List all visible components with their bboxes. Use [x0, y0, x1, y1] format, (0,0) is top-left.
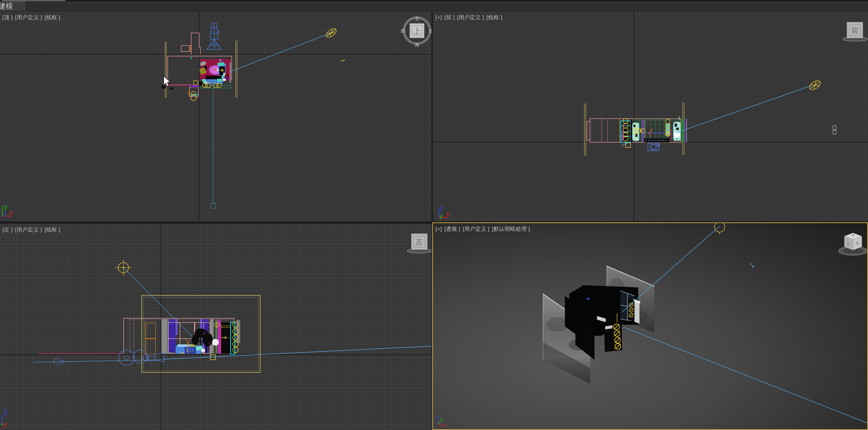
blue-light-stand[interactable] [207, 23, 221, 49]
viewcube-persp-left: 左 [847, 241, 850, 246]
curtain-gray [229, 62, 231, 83]
svg-text:X: X [3, 422, 7, 429]
viewport-top-label: ][顶 ][用户定义 ][线框 ] [0, 14, 63, 21]
strip-gray-top [679, 116, 680, 120]
viewcube-3d[interactable]: 左 前 [838, 233, 867, 255]
view-config-label[interactable]: [用户定义 ] [15, 227, 42, 233]
light-helper-circle[interactable] [714, 223, 725, 234]
compass-east: 东 [429, 29, 432, 33]
camera-target-line[interactable] [211, 64, 216, 208]
viewport-persp-label: [+][透视 ][用户定义 ][默认明暗处理 ] [436, 225, 532, 233]
lights-column-right[interactable] [665, 119, 670, 136]
roof-marker-blue [587, 298, 590, 299]
viewport-menu-trigger[interactable]: [+] [436, 226, 442, 232]
viewport-persp-canvas[interactable]: 左 前 z x y [433, 223, 867, 429]
strip-gray-right [686, 119, 687, 142]
pov-label[interactable]: [前 ] [444, 15, 455, 20]
svg-text:z: z [437, 414, 439, 420]
shading-label[interactable]: [线框 ] [487, 15, 502, 20]
carpet-room[interactable] [199, 59, 231, 85]
sofa-black-band[interactable] [644, 139, 669, 142]
compass-south: 南 [415, 42, 420, 47]
world-axis-gizmo: y x z [2, 203, 13, 218]
small-yellow-tick [341, 60, 345, 61]
door-teal-tick [190, 57, 192, 59]
viewcube-compass[interactable]: 上 北 南 西 东 [401, 16, 432, 47]
bathroom[interactable] [189, 87, 198, 101]
shelf-cyan[interactable] [621, 118, 630, 142]
world-axis-gizmo: Z X [1, 409, 8, 429]
viewcube-face-left: 左 [415, 237, 423, 246]
ribbon-bar: 建模 [0, 0, 868, 11]
lamp-glow-white [212, 339, 219, 346]
gap-dark [630, 120, 632, 142]
viewcube[interactable]: 前 [843, 22, 867, 41]
curtain-indigo-light-1 [176, 319, 178, 335]
photometric-light-helper[interactable] [808, 79, 822, 92]
wall-gray-1 [161, 319, 167, 353]
camera-wireframe[interactable] [54, 350, 164, 365]
compass-west: 西 [401, 29, 405, 33]
view-config-label[interactable]: [用户定义 ] [15, 15, 42, 20]
viewport-left[interactable]: ][左 ][用户定义 ][线框 ] [0, 224, 431, 430]
small-blue-marker [750, 263, 754, 267]
grid-origin-axes [0, 11, 431, 221]
svg-text:z: z [3, 210, 7, 218]
svg-text:x: x [446, 210, 450, 218]
viewcube[interactable]: 左 [407, 234, 431, 253]
viewport-front-canvas[interactable]: 前 z x y [433, 11, 868, 221]
viewport-front[interactable]: [+][前 ][用户定义 ][线框 ] [433, 11, 868, 221]
world-axis-gizmo: z x y [439, 204, 450, 220]
viewport-top-canvas[interactable]: 上 北 南 西 东 y x z [0, 11, 431, 221]
viewcube-face-top: 上 [413, 27, 421, 35]
viewport-perspective-active[interactable]: [+][透视 ][用户定义 ][默认明暗处理 ] [432, 222, 868, 430]
viewport-menu-trigger[interactable]: [+] [436, 15, 442, 20]
room-elevation[interactable] [124, 318, 240, 354]
viewcube-persp-front: 前 [856, 241, 860, 245]
washing-machine-wireframe[interactable] [648, 143, 659, 151]
floor-item-2 [164, 352, 172, 354]
pov-label[interactable]: [透视 ] [444, 226, 460, 232]
shading-label[interactable]: [线框 ] [44, 227, 60, 233]
camera-line[interactable] [622, 226, 867, 423]
svg-text:y: y [440, 416, 443, 422]
viewport-top[interactable]: ][顶 ][用户定义 ][线框 ] [0, 11, 431, 221]
strip-purple-right [685, 119, 686, 142]
strip-red [220, 322, 221, 353]
ribbon-top-strip-dark [0, 0, 868, 1]
world-axis-gizmo: z x y [437, 414, 446, 428]
shading-label[interactable]: [默认明暗处理 ] [492, 226, 530, 232]
pov-label[interactable]: [左 ] [2, 227, 13, 233]
helper-gray-capsule[interactable] [833, 125, 836, 135]
view-config-label[interactable]: [用户定义 ] [463, 226, 490, 232]
floor-lamp-white [222, 79, 226, 81]
pov-label[interactable]: [顶 ] [2, 15, 13, 20]
viewcube-face-front: 前 [851, 26, 859, 34]
viewport-left-label: ][左 ][用户定义 ][线框 ] [0, 226, 63, 233]
radiator-left-teal[interactable] [632, 122, 640, 141]
compass-north: 北 [415, 16, 420, 21]
svg-text:x: x [443, 422, 446, 428]
stool-purple [225, 77, 228, 79]
svg-text:z: z [440, 204, 443, 212]
photometric-light-helper[interactable] [324, 27, 338, 39]
table-yellow[interactable] [194, 81, 198, 85]
viewport-left-canvas[interactable]: 左 Z X [0, 224, 431, 430]
svg-text:y: y [4, 203, 7, 210]
floor-item-1 [180, 352, 185, 354]
svg-text:Z: Z [3, 409, 8, 417]
light-line[interactable] [676, 86, 811, 133]
shading-label[interactable]: [线框 ] [44, 15, 60, 20]
svg-text:y: y [439, 212, 443, 220]
viewport-front-label: [+][前 ][用户定义 ][线框 ] [436, 14, 505, 21]
svg-text:x: x [9, 209, 13, 217]
view-config-label[interactable]: [用户定义 ] [457, 15, 484, 20]
3dsmax-quad-viewport-screen: { "app": { "ribbon_tab": "建模" }, "viewpo… [0, 0, 868, 430]
ribbon-tab-modeling[interactable]: 建模 [0, 1, 25, 11]
coat-rack-tan [145, 323, 156, 354]
grid-origin-axes [433, 11, 868, 221]
curtain-indigo-1 [169, 319, 176, 352]
